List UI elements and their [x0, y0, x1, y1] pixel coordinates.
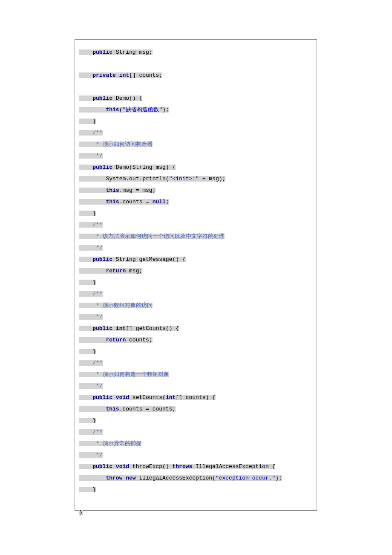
code-line: this.counts = null; [79, 196, 312, 208]
indent [79, 452, 96, 458]
indent [79, 222, 92, 228]
code-line [79, 495, 312, 507]
code-line: * 演示异常的捕捉 [79, 438, 312, 449]
code-line [79, 81, 312, 92]
text-token: String getMessage() { [112, 257, 186, 262]
indent [79, 49, 92, 55]
code-line: public Demo(String msg) { [79, 162, 312, 173]
text-token: } [79, 510, 83, 515]
code-line: return counts; [79, 334, 312, 346]
comment-token: */ [96, 245, 103, 251]
text-token: .counts = [119, 199, 153, 205]
keyword-token: return [106, 268, 126, 274]
comment-token: /** [92, 429, 102, 435]
text-token: .counts = counts; [119, 406, 176, 412]
comment-token: * 演示数组对象的访问 [96, 303, 153, 308]
indent [79, 360, 92, 366]
keyword-token: int [166, 395, 176, 400]
keyword-token: public [92, 326, 112, 331]
indent [79, 211, 92, 216]
code-line: public Demo() { [79, 92, 312, 104]
text-token [112, 395, 116, 400]
text-token: IllegalAccessException { [192, 464, 275, 469]
text-token: IllegalAccessException( [136, 475, 216, 481]
code-line: } [79, 277, 312, 288]
comment-token: * 演示如何构造一个数组对象 [96, 372, 169, 377]
code-line: public int[] getCounts() { [79, 323, 312, 334]
indent [79, 107, 106, 113]
text-token: ; [166, 199, 169, 205]
keyword-token: public [92, 257, 112, 262]
keyword-token: void [116, 464, 129, 469]
keyword-token: public [92, 95, 112, 101]
code-line: } [79, 415, 312, 426]
indent [79, 349, 92, 354]
comment-token: * 该方法演示如何访问一个访问以及中文字符的处理 [96, 234, 225, 239]
code-line: public String getMessage() { [79, 254, 312, 265]
keyword-token: new [126, 475, 135, 481]
text-token: } [92, 349, 96, 354]
code-line: private int[] counts; [79, 69, 312, 81]
indent [79, 441, 96, 446]
text-token: } [92, 280, 96, 285]
indent [79, 234, 96, 239]
keyword-token: throws [172, 464, 192, 469]
code-line: /** [79, 426, 312, 438]
comment-token: */ [96, 383, 103, 389]
code-line: throw new IllegalAccessException("except… [79, 472, 312, 484]
code-line: /** [79, 127, 312, 139]
indent [79, 142, 96, 147]
code-line: } [79, 346, 312, 357]
keyword-token: void [116, 395, 129, 400]
string-token: "缺省构造函数" [122, 107, 162, 113]
indent [79, 165, 92, 170]
text-token: [] counts; [129, 72, 162, 78]
code-line: } [79, 208, 312, 219]
indent [79, 429, 92, 435]
code-line: public void setCounts(int[] counts) { [79, 392, 312, 403]
indent [79, 464, 92, 469]
indent [79, 475, 106, 481]
text-token: + msg); [199, 176, 225, 182]
text-token: System.out.println( [106, 176, 169, 182]
comment-token: /** [92, 130, 102, 136]
text-token: Demo(String msg) { [112, 165, 176, 170]
code-line: /** [79, 357, 312, 369]
indent [79, 153, 96, 159]
code-line: public void throwExcp() throws IllegalAc… [79, 461, 312, 472]
indent [79, 72, 92, 78]
indent [79, 199, 106, 205]
comment-token: */ [96, 314, 103, 320]
text-token: msg; [126, 268, 142, 274]
string-token: "<init>:" [169, 176, 199, 182]
code-line: this.msg = msg; [79, 185, 312, 196]
code-line: */ [79, 449, 312, 461]
text-token: } [92, 487, 96, 492]
code-line: * 演示数组对象的访问 [79, 300, 312, 311]
indent [79, 418, 92, 423]
comment-token: * 演示异常的捕捉 [96, 441, 141, 446]
comment-token: * 演示如何访问构造器 [96, 142, 153, 147]
code-line: } [79, 484, 312, 495]
text-token: ( [119, 107, 123, 113]
code-line: public String msg; [79, 46, 312, 58]
indent [79, 314, 96, 320]
text-token: String msg; [112, 49, 153, 55]
text-token: throwExcp() [129, 464, 172, 469]
text-token: counts; [126, 337, 152, 343]
code-line: * 演示如何访问构造器 [79, 139, 312, 150]
code-line: * 该方法演示如何访问一个访问以及中文字符的处理 [79, 231, 312, 242]
comment-token: /** [92, 360, 102, 366]
code-line: * 演示如何构造一个数组对象 [79, 369, 312, 380]
keyword-token: int [116, 326, 126, 331]
indent [79, 337, 106, 343]
code-line: */ [79, 150, 312, 162]
text-token: } [92, 211, 96, 216]
code-line: } [79, 116, 312, 127]
keyword-token: throw [106, 475, 122, 481]
comment-token: /** [92, 222, 102, 228]
keyword-token: this [106, 406, 119, 412]
keyword-token: public [92, 49, 112, 55]
text-token: ); [275, 475, 282, 481]
indent [79, 383, 96, 389]
